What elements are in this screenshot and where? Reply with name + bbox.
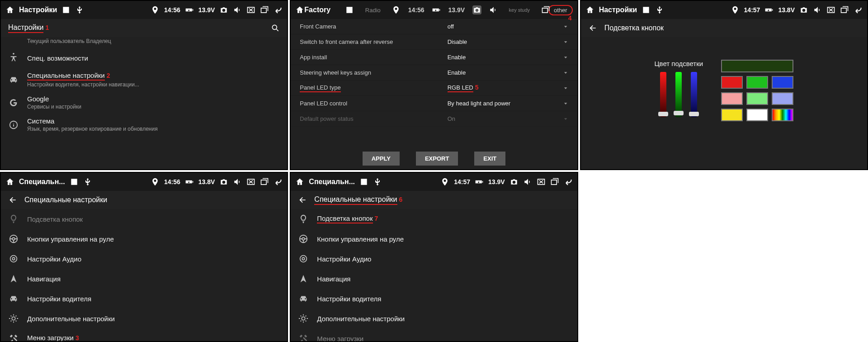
factory-row[interactable]: App installEnable▼ [291, 50, 577, 65]
windows-icon[interactable] [541, 5, 550, 14]
panel-settings: Настройки 14:56 13.9V Настройки1 Текущий… [0, 0, 288, 170]
list-item[interactable]: Подсветка кнопок7 [291, 209, 577, 229]
list-item[interactable]: Меню загрузки [291, 328, 577, 341]
picture-icon[interactable] [359, 177, 368, 186]
setting-value: Enable [448, 69, 563, 76]
list-item[interactable]: Дополнительные настройки [291, 309, 577, 328]
picture-icon[interactable] [70, 177, 79, 186]
factory-row[interactable]: Panel LED typeRGB LED5▼ [291, 81, 577, 96]
picture-icon[interactable] [642, 5, 651, 14]
windows-icon[interactable] [260, 5, 269, 14]
tab-radio[interactable]: Radio [362, 7, 384, 14]
color-swatch[interactable] [746, 92, 768, 105]
tab-keystudy[interactable]: key study [505, 7, 533, 13]
home-icon[interactable] [295, 5, 304, 14]
back-icon[interactable] [564, 177, 573, 186]
color-swatch[interactable] [772, 92, 793, 105]
list-item[interactable]: GoogleСервисы и настройки [1, 91, 287, 114]
list-item[interactable]: Дополнительные настройки [1, 309, 287, 328]
list-item[interactable]: Навигация [1, 269, 287, 289]
close-icon[interactable] [246, 177, 255, 186]
back-icon[interactable] [854, 5, 863, 14]
close-icon[interactable] [826, 5, 835, 14]
back-icon[interactable] [274, 177, 283, 186]
color-swatch[interactable] [721, 109, 743, 121]
apply-button[interactable]: APPLY [363, 152, 400, 166]
camera-icon[interactable] [219, 177, 228, 186]
battery-icon [764, 5, 774, 14]
list-item[interactable]: Подсветка кнопок [1, 209, 287, 229]
windows-icon[interactable] [260, 177, 269, 186]
picture-icon[interactable] [61, 5, 71, 14]
slider-blue[interactable] [691, 72, 697, 117]
item-title: Настройки водителя [27, 295, 91, 303]
back-arrow-icon[interactable] [8, 195, 17, 204]
list-item[interactable]: Настройки водителя [1, 289, 287, 309]
camera-icon[interactable] [799, 5, 808, 14]
factory-row[interactable]: Steering wheel keys assignEnable▼ [291, 65, 577, 81]
list-item[interactable]: Специальные настройки2Настройки водителя… [1, 68, 287, 91]
factory-row[interactable]: Front Cameraoff▼ [291, 19, 577, 34]
chevron-down-icon[interactable]: ▼ [563, 25, 568, 28]
chevron-down-icon[interactable]: ▼ [563, 117, 568, 120]
setting-key: Panel LED control [300, 100, 447, 107]
search-icon[interactable] [271, 24, 280, 33]
export-button[interactable]: EXPORT [416, 152, 458, 166]
camera-icon[interactable] [509, 177, 519, 186]
color-swatch[interactable] [772, 76, 793, 89]
list-item[interactable]: СистемаЯзык, время, резервное копировани… [1, 114, 287, 136]
windows-icon[interactable] [550, 177, 559, 186]
factory-row[interactable]: Switch to front camera after reverseDisa… [291, 34, 577, 50]
close-icon[interactable] [246, 5, 255, 14]
empty-cell [580, 172, 868, 342]
car-icon [298, 294, 309, 304]
subheader: Специальные настройки6 [291, 191, 577, 209]
factory-row[interactable]: Default power statusOn▼ [291, 111, 577, 127]
battery-icon [185, 177, 194, 186]
back-arrow-icon[interactable] [298, 195, 307, 204]
list-item[interactable]: Настройки Аудио [1, 249, 287, 269]
color-swatch[interactable] [746, 76, 768, 89]
home-icon[interactable] [5, 5, 14, 14]
chevron-down-icon[interactable]: ▼ [563, 56, 568, 59]
item-title: Навигация [317, 275, 350, 283]
volume-icon[interactable] [233, 177, 242, 186]
windows-icon[interactable] [840, 5, 849, 14]
list-item[interactable]: Настройки водителя [291, 289, 577, 309]
volume-icon[interactable] [233, 5, 242, 14]
back-arrow-icon[interactable] [588, 24, 597, 33]
camera-icon[interactable] [219, 5, 228, 14]
item-title: Меню загрузки [317, 335, 363, 342]
home-icon[interactable] [585, 5, 594, 14]
home-icon[interactable] [295, 177, 304, 186]
volume-icon[interactable] [523, 177, 532, 186]
home-icon[interactable] [5, 177, 14, 186]
clock: 14:56 [164, 178, 180, 185]
list-item[interactable]: Навигация [291, 269, 577, 289]
chevron-down-icon[interactable]: ▼ [563, 40, 568, 43]
location-icon [731, 5, 740, 14]
list-item[interactable]: Кнопки управления на руле [1, 229, 287, 249]
exit-button[interactable]: EXIT [474, 152, 505, 166]
volume-icon[interactable] [813, 5, 822, 14]
back-icon[interactable] [274, 5, 283, 14]
list-item[interactable]: Спец. возможности [1, 48, 287, 68]
chevron-down-icon[interactable]: ▼ [563, 102, 568, 105]
tab-other[interactable]: other [548, 5, 573, 15]
chevron-down-icon[interactable]: ▼ [563, 71, 568, 74]
color-swatch[interactable] [772, 109, 793, 121]
factory-row[interactable]: Panel LED controlBy head light and power… [291, 96, 577, 111]
volume-icon[interactable] [489, 5, 498, 14]
slider-green[interactable] [675, 72, 682, 117]
list-item[interactable]: Кнопки управления на руле [291, 229, 577, 249]
color-swatch[interactable] [746, 109, 768, 121]
color-swatch[interactable] [721, 76, 743, 89]
chevron-down-icon[interactable]: ▼ [563, 86, 568, 90]
list-item[interactable]: Настройки Аудио [291, 249, 577, 269]
color-swatch[interactable] [721, 92, 743, 105]
close-icon[interactable] [537, 177, 546, 186]
slider-red[interactable] [660, 72, 666, 117]
setting-value: RGB LED5 [448, 84, 563, 92]
list-item[interactable]: Меню загрузки3 [1, 328, 287, 341]
camera-icon[interactable] [472, 5, 481, 14]
